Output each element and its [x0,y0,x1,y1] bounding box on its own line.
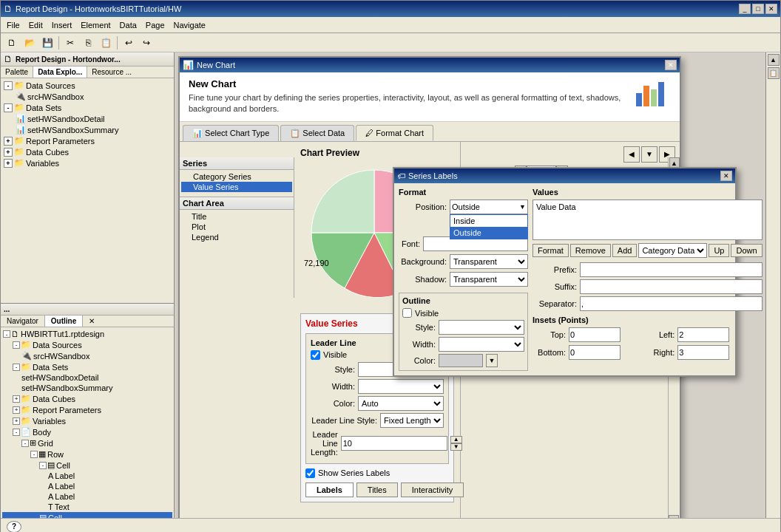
new-chart-close-btn[interactable]: ✕ [665,60,677,70]
prefix-input[interactable] [580,262,763,277]
outline-style-select[interactable] [439,320,524,335]
values-type-select[interactable]: Category Data [638,243,707,258]
tab-btn-labels[interactable]: Labels [305,482,354,497]
position-option-inside[interactable]: Inside [450,215,527,227]
chart-area-title[interactable]: Title [181,211,292,222]
sidebar-btn1[interactable]: ▲ [768,54,780,66]
tab-palette[interactable]: Palette [1,66,33,78]
tree-summary[interactable]: 📊 setHWSandboxSummary [2,124,172,135]
series-item-value[interactable]: Value Series [181,182,292,192]
values-remove-btn[interactable]: Remove [570,244,611,257]
outline-cubes[interactable]: + 📁 Data Cubes [2,393,172,404]
outline-summary[interactable]: setHWSandboxSummary [2,383,172,393]
position-option-outside[interactable]: Outside [450,227,527,239]
toolbar-paste[interactable]: 📋 [98,35,114,51]
tab-format-chart[interactable]: 🖊 Format Chart [356,125,433,141]
menu-element[interactable]: Element [76,19,115,31]
chart-area-plot[interactable]: Plot [181,222,292,232]
help-icon-btn[interactable]: ? [7,521,21,533]
ide-close-btn[interactable]: ✕ [765,4,777,14]
tab-navigator[interactable]: Navigator [1,316,45,327]
tree-srchwsandbox[interactable]: 🔌 srcHWSandbox [2,91,172,102]
values-up-btn[interactable]: Up [709,244,729,257]
ide-minimize-btn[interactable]: _ [739,4,751,14]
outline-label3[interactable]: A Label [2,491,172,502]
toolbar-copy[interactable]: ⎘ [80,35,96,51]
outline-label1[interactable]: A Label [2,471,172,481]
outline-params[interactable]: + 📁 Report Parameters [2,404,172,415]
outline-variables[interactable]: + 📁 Variables [2,415,172,426]
tree-datacubes[interactable]: + 📁 Data Cubes [2,146,172,157]
nav-prev-btn[interactable]: ◀ [623,146,640,163]
values-down-btn[interactable]: Down [731,244,762,257]
separator-input[interactable] [580,296,763,311]
expand-data-sources[interactable]: - [4,81,13,90]
outline-color-swatch[interactable] [439,354,483,367]
outline-detail[interactable]: setHWSandboxDetail [2,372,172,383]
outline-visible-checkbox[interactable] [402,308,412,318]
tree-report-params[interactable]: + 📁 Report Parameters [2,135,172,146]
toolbar-open[interactable]: 📂 [21,35,38,51]
tab-select-data[interactable]: 📋 Select Data [280,125,354,141]
scroll-down-btn[interactable]: ▼ [669,515,679,518]
series-item-category[interactable]: Category Series [181,171,292,182]
position-select[interactable]: Outside ▼ [450,200,528,214]
tree-variables[interactable]: + 📁 Variables [2,157,172,168]
expand-datasets[interactable]: - [4,103,13,112]
toolbar-undo[interactable]: ↩ [121,35,137,51]
leader-line-color-select[interactable]: Auto [358,396,444,411]
shadow-select[interactable]: Transparent [450,272,528,287]
inset-left-input[interactable] [677,327,729,342]
nav-down-btn[interactable]: ▼ [641,146,657,163]
background-select[interactable]: Transparent [450,254,528,269]
expand-variables[interactable]: + [4,159,13,168]
expand-cubes[interactable]: + [4,148,13,157]
tree-datasets[interactable]: - 📁 Data Sets [2,102,172,113]
outline-grid[interactable]: - ⊞ Grid [2,437,172,449]
series-labels-close-btn[interactable]: ✕ [720,171,732,181]
leader-line-visible-checkbox[interactable] [311,350,320,360]
sidebar-btn2[interactable]: 📋 [768,67,780,79]
inset-right-input[interactable] [677,345,729,360]
toolbar-new[interactable]: 🗋 [4,35,20,51]
outline-row1[interactable]: - ▦ Row [2,449,172,460]
toolbar-redo[interactable]: ↪ [138,35,155,51]
tab-data-explorer[interactable]: Data Explo... [33,66,87,78]
outline-datasets[interactable]: - 📁 Data Sets [2,361,172,372]
tab-btn-titles[interactable]: Titles [356,482,398,497]
outline-width-select[interactable] [439,337,524,352]
outline-color-btn[interactable]: ▼ [486,354,498,367]
outline-cell1[interactable]: - ▤ Cell [2,460,172,471]
tree-detail[interactable]: 📊 setHWSandboxDetail [2,113,172,124]
tree-data-sources[interactable]: - 📁 Data Sources [2,80,172,91]
menu-page[interactable]: Page [141,19,169,31]
outline-body[interactable]: - 📄 Body [2,426,172,437]
leader-line-length-input[interactable] [341,436,447,451]
menu-navigate[interactable]: Navigate [169,19,210,31]
leader-line-width-select[interactable] [358,379,444,394]
values-format-btn[interactable]: Format [532,244,569,257]
outline-datasources[interactable]: - 📁 Data Sources [2,339,172,350]
menu-insert[interactable]: Insert [47,19,77,31]
toolbar-save[interactable]: 💾 [39,35,55,51]
menu-file[interactable]: File [2,19,24,31]
leader-line-style2-select[interactable]: Fixed Length [380,413,444,428]
outline-label2[interactable]: A Label [2,481,172,491]
tab-select-chart-type[interactable]: 📊 Select Chart Type [183,125,279,141]
menu-data[interactable]: Data [115,19,141,31]
ide-restore-btn[interactable]: □ [752,4,764,14]
chart-area-legend[interactable]: Legend [181,232,292,242]
tab-outline[interactable]: Outline [45,316,83,327]
tab-outline-extra[interactable]: ✕ [83,316,101,327]
outline-srchwsandbox[interactable]: 🔌 srcHWSandbox [2,350,172,361]
values-add-btn[interactable]: Add [612,244,638,257]
show-series-labels-checkbox[interactable] [305,468,315,478]
inset-top-input[interactable] [569,327,621,342]
outline-text[interactable]: T Text [2,502,172,512]
tab-resource[interactable]: Resource ... [87,66,136,78]
menu-edit[interactable]: Edit [24,19,47,31]
suffix-input[interactable] [580,279,763,294]
tab-btn-interactivity[interactable]: Interactivity [401,482,464,497]
expand-params[interactable]: + [4,137,13,146]
outline-cell2-selected[interactable]: ▤ Cell [2,512,172,518]
